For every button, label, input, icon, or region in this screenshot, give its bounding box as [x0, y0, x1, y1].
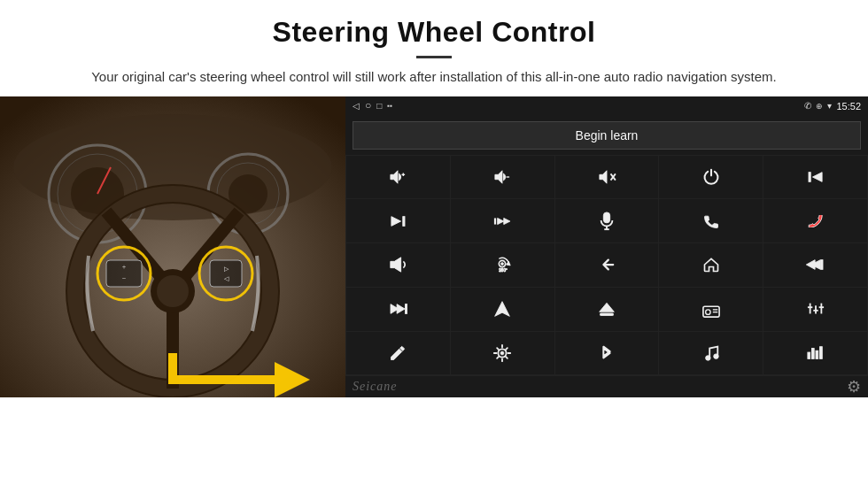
- status-bar: ◁ ○ □ ▪▪ ✆ ⊕ ▾ 15:52: [345, 96, 868, 116]
- phone-end-icon: [806, 215, 825, 227]
- svg-rect-37: [603, 212, 609, 223]
- page-wrapper: Steering Wheel Control Your original car…: [0, 0, 868, 485]
- subtitle: Your original car's steering wheel contr…: [89, 67, 779, 88]
- status-left: ◁ ○ □ ▪▪: [353, 99, 392, 112]
- steering-photo-inner: + − ▷ ◁: [0, 96, 345, 397]
- svg-marker-49: [398, 304, 406, 314]
- svg-marker-31: [812, 173, 822, 182]
- home-nav-icon[interactable]: ○: [365, 99, 371, 112]
- ff-pause-icon: [492, 214, 512, 228]
- header-section: Steering Wheel Control Your original car…: [0, 0, 868, 96]
- back-nav-icon[interactable]: ◁: [353, 101, 360, 111]
- page-title: Steering Wheel Control: [35, 16, 833, 49]
- home-icon: [702, 256, 720, 273]
- grid-cell-power[interactable]: [659, 156, 763, 199]
- grid-cell-vol-down[interactable]: [451, 156, 554, 199]
- begin-learn-button[interactable]: Begin learn: [353, 121, 861, 150]
- grid-cell-next[interactable]: [346, 199, 450, 242]
- grid-cell-levels[interactable]: [763, 332, 867, 375]
- navigate-icon: [493, 300, 511, 318]
- content-section: + − ▷ ◁ ◁: [0, 96, 868, 486]
- svg-point-65: [500, 351, 504, 355]
- svg-rect-33: [403, 216, 405, 226]
- phone-answer-icon: [702, 212, 720, 230]
- steering-wheel-illustration: + − ▷ ◁: [0, 96, 345, 397]
- title-divider: [416, 56, 452, 58]
- edit-icon: [389, 344, 407, 362]
- icon-grid: 360°: [345, 155, 868, 376]
- svg-text:−: −: [122, 274, 127, 282]
- levels-icon: [806, 344, 825, 362]
- svg-point-66: [705, 356, 709, 360]
- svg-rect-71: [819, 347, 822, 359]
- clock: 15:52: [836, 101, 861, 112]
- volume-up-icon: [388, 169, 407, 185]
- svg-point-15: [157, 275, 189, 307]
- svg-text:+: +: [122, 263, 127, 271]
- eject-icon: [598, 300, 616, 318]
- grid-cell-mic[interactable]: [555, 199, 659, 242]
- svg-point-55: [705, 310, 709, 314]
- phone-status-icon: ✆: [804, 101, 811, 111]
- next-icon: [388, 214, 407, 228]
- status-right: ✆ ⊕ ▾ 15:52: [804, 101, 861, 112]
- grid-cell-360[interactable]: 360°: [451, 243, 554, 287]
- svg-marker-43: [507, 262, 511, 266]
- svg-marker-32: [391, 216, 401, 226]
- svg-marker-40: [391, 258, 401, 272]
- watermark-row: Seicane ⚙: [345, 376, 868, 397]
- back-arrow-icon: [597, 257, 616, 273]
- grid-cell-navigate[interactable]: [451, 288, 554, 331]
- wifi-icon: ▾: [827, 101, 832, 111]
- sim-icon: ▪▪: [387, 102, 392, 110]
- svg-rect-45: [820, 260, 822, 270]
- grid-cell-music[interactable]: [659, 332, 763, 375]
- power-icon: [702, 168, 720, 186]
- svg-rect-68: [808, 352, 810, 358]
- grid-cell-horn[interactable]: [346, 243, 450, 287]
- grid-cell-settings-knob[interactable]: [451, 332, 554, 375]
- grid-cell-home[interactable]: [659, 243, 763, 287]
- grid-cell-radio[interactable]: [659, 288, 763, 331]
- horn-icon: [388, 256, 407, 273]
- grid-cell-back-arrow[interactable]: [555, 243, 659, 287]
- music-note-icon: [702, 343, 720, 363]
- svg-rect-53: [600, 313, 613, 316]
- grid-cell-eject[interactable]: [555, 288, 659, 331]
- grid-cell-prev-track[interactable]: [763, 156, 867, 199]
- grid-cell-fast-fwd[interactable]: [346, 288, 450, 331]
- grid-cell-vol-up[interactable]: [346, 156, 450, 199]
- recents-nav-icon[interactable]: □: [376, 101, 382, 111]
- prev-track-icon: [806, 170, 825, 184]
- settings-knob-icon: [492, 343, 512, 363]
- svg-marker-35: [498, 218, 504, 224]
- svg-rect-30: [809, 173, 810, 182]
- volume-down-icon: [492, 169, 512, 185]
- steering-photo: + − ▷ ◁: [0, 96, 345, 397]
- grid-cell-phone-answer[interactable]: [659, 199, 763, 242]
- android-display: ◁ ○ □ ▪▪ ✆ ⊕ ▾ 15:52 Begin learn: [345, 96, 868, 397]
- svg-rect-70: [816, 350, 818, 358]
- grid-cell-bluetooth[interactable]: [555, 332, 659, 375]
- svg-marker-47: [806, 260, 815, 270]
- mute-icon: [597, 169, 616, 185]
- grid-cell-ff-pause[interactable]: [451, 199, 554, 242]
- grid-cell-mute[interactable]: [555, 156, 659, 199]
- grid-cell-equalizer[interactable]: [763, 288, 867, 331]
- svg-rect-21: [210, 260, 242, 287]
- svg-marker-51: [495, 302, 510, 317]
- svg-point-42: [501, 263, 504, 266]
- grid-cell-edit[interactable]: [346, 332, 450, 375]
- radio-icon: [701, 300, 721, 318]
- mic-icon: [599, 212, 615, 231]
- grid-cell-phone-end[interactable]: [763, 199, 867, 242]
- settings-gear-icon[interactable]: ⚙: [847, 377, 861, 396]
- fast-fwd-icon: [388, 302, 407, 316]
- equalizer-icon: [806, 300, 825, 318]
- grid-cell-rewind[interactable]: [763, 243, 867, 287]
- brand-watermark: Seicane: [353, 380, 398, 394]
- rewind-icon: [806, 258, 825, 272]
- begin-learn-row: Begin learn: [345, 116, 868, 155]
- svg-rect-69: [811, 349, 814, 359]
- 360-camera-icon: 360°: [492, 255, 512, 274]
